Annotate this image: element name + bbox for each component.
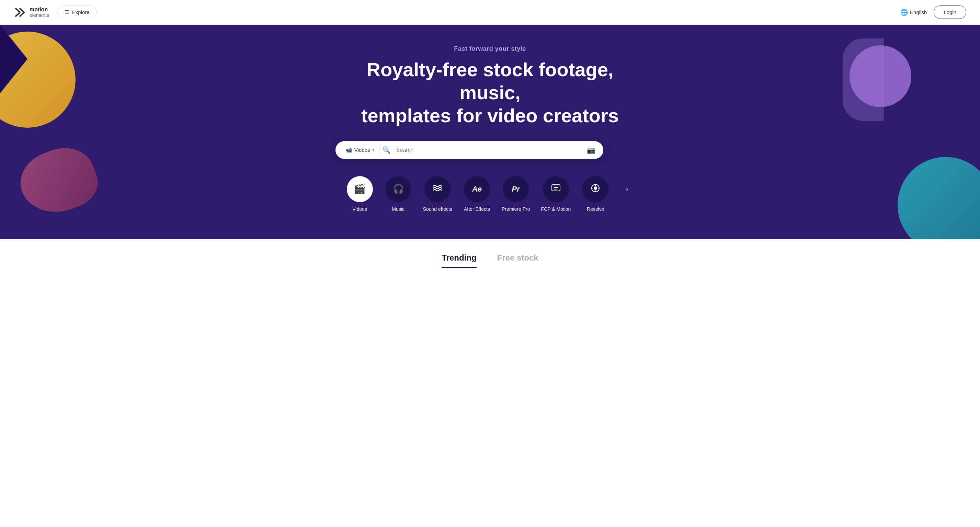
premiere-pro-label: Premiere Pro: [502, 206, 530, 212]
logo[interactable]: motion elements: [14, 6, 49, 19]
category-item-fcp-motion[interactable]: FCP & Motion: [541, 176, 571, 212]
videos-label: Videos: [352, 206, 367, 212]
logo-icon: [14, 6, 27, 19]
videos-icon: 🎬: [354, 183, 366, 195]
after-effects-icon-circle: Ae: [464, 176, 490, 202]
category-item-music[interactable]: 🎧 Music: [385, 176, 412, 212]
language-button[interactable]: 🌐 English: [900, 9, 927, 16]
music-icon-circle: 🎧: [385, 176, 411, 202]
categories-row: 🎬 Videos 🎧 Music: [336, 176, 644, 212]
search-category-label: Videos: [354, 147, 370, 153]
hero-subtitle: Fast forward your style: [336, 45, 644, 53]
search-icon: 🔍: [379, 146, 391, 154]
fcp-motion-icon-circle: [543, 176, 569, 202]
header: motion elements ☰ Explore 🌐 English Logi…: [0, 0, 980, 25]
resolve-label: Resolve: [587, 206, 605, 212]
videos-icon-circle: 🎬: [347, 176, 373, 202]
after-effects-label: After Effects: [464, 206, 490, 212]
category-item-premiere-pro[interactable]: Pr Premiere Pro: [502, 176, 530, 212]
camera-icon: 📷: [587, 146, 595, 154]
fcp-motion-label: FCP & Motion: [541, 206, 571, 212]
hero-section: Fast forward your style Royalty-free sto…: [0, 25, 980, 239]
explore-button[interactable]: ☰ Explore: [57, 5, 97, 19]
search-category-dropdown[interactable]: 📹 Videos ▾: [341, 144, 379, 156]
categories-next-arrow[interactable]: ›: [620, 176, 634, 202]
search-input[interactable]: [391, 143, 584, 156]
hero-content: Fast forward your style Royalty-free sto…: [336, 45, 644, 212]
premiere-pro-icon: Pr: [512, 185, 520, 194]
category-item-sound-effects[interactable]: Sound effects: [423, 176, 452, 212]
teal-shape: [897, 157, 980, 239]
header-left: motion elements ☰ Explore: [14, 5, 97, 19]
tab-trending[interactable]: Trending: [442, 253, 476, 268]
hero-title-line2: templates for video creators: [361, 105, 619, 126]
tabs-section: Trending Free stock: [0, 239, 980, 268]
search-bar: 📹 Videos ▾ 🔍 📷: [336, 141, 603, 159]
camera-search-button[interactable]: 📷: [584, 143, 598, 157]
pink-shape: [12, 139, 104, 223]
explore-label: Explore: [72, 9, 90, 15]
hero-title: Royalty-free stock footage, music, templ…: [336, 58, 644, 127]
globe-icon: 🌐: [900, 9, 908, 16]
chevron-right-icon: ›: [626, 185, 628, 194]
sound-effects-icon-circle: [425, 176, 450, 202]
svg-rect-1: [554, 184, 555, 185]
tab-trending-label: Trending: [442, 253, 476, 262]
category-item-resolve[interactable]: Resolve: [582, 176, 609, 212]
music-label: Music: [392, 206, 404, 212]
svg-rect-2: [557, 184, 558, 185]
video-camera-icon: 📹: [346, 147, 352, 153]
chevron-down-icon: ▾: [372, 148, 374, 153]
premiere-pro-icon-circle: Pr: [503, 176, 529, 202]
login-button[interactable]: Login: [934, 5, 966, 19]
hamburger-icon: ☰: [65, 9, 69, 16]
category-item-videos[interactable]: 🎬 Videos: [346, 176, 374, 212]
login-label: Login: [943, 9, 956, 15]
svg-point-4: [594, 186, 597, 190]
logo-text: motion elements: [30, 6, 49, 18]
category-item-after-effects[interactable]: Ae After Effects: [463, 176, 491, 212]
resolve-icon: [590, 183, 601, 195]
purple-circle-shape: [850, 45, 911, 107]
language-label: English: [910, 9, 927, 15]
fcp-motion-icon: [551, 183, 561, 195]
hero-title-line1: Royalty-free stock footage, music,: [367, 59, 614, 103]
sound-effects-label: Sound effects: [423, 206, 452, 212]
sound-effects-icon: [432, 183, 443, 196]
tab-free-stock-label: Free stock: [497, 253, 538, 262]
tab-free-stock[interactable]: Free stock: [497, 253, 538, 268]
music-icon: 🎧: [393, 184, 404, 194]
header-right: 🌐 English Login: [900, 5, 966, 19]
resolve-icon-circle: [582, 176, 608, 202]
after-effects-icon: Ae: [472, 185, 482, 194]
